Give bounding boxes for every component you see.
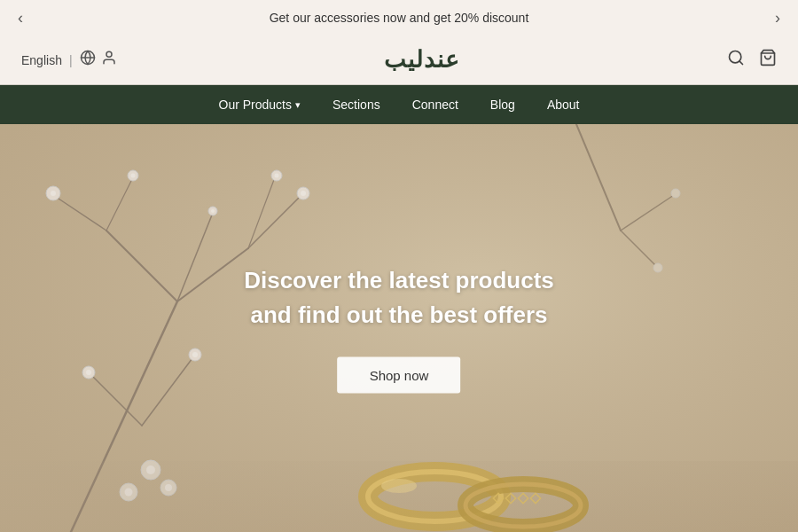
announcement-text: Get our accessories now and get 20% disc… <box>270 11 529 25</box>
shop-now-button[interactable]: Shop now <box>338 357 461 394</box>
header-right <box>727 49 777 71</box>
nav-item-our-products[interactable]: Our Products ▾ <box>219 98 301 112</box>
svg-point-25 <box>131 174 136 178</box>
svg-point-42 <box>653 263 662 272</box>
separator: | <box>69 53 73 67</box>
svg-point-41 <box>671 189 680 198</box>
nav-item-sections[interactable]: Sections <box>332 98 380 112</box>
search-button[interactable] <box>727 49 745 71</box>
announcement-prev-button[interactable]: ‹ <box>7 4 34 32</box>
nav-item-about[interactable]: About <box>547 98 580 112</box>
header: English | عندليب <box>0 35 798 85</box>
user-icon[interactable] <box>101 50 117 70</box>
svg-point-21 <box>192 352 198 357</box>
header-left: English | <box>21 50 117 70</box>
hero-section: Discover the latest products and find ou… <box>0 124 798 532</box>
hero-title: Discover the latest products and find ou… <box>244 263 554 332</box>
language-label: English <box>21 53 62 67</box>
svg-point-2 <box>106 51 112 57</box>
svg-rect-52 <box>0 461 798 532</box>
cart-button[interactable] <box>759 49 777 71</box>
svg-point-31 <box>211 209 215 213</box>
svg-point-27 <box>301 191 306 196</box>
hero-content: Discover the latest products and find ou… <box>244 263 554 394</box>
svg-line-4 <box>739 61 743 65</box>
announcement-next-button[interactable]: › <box>764 4 791 32</box>
nav-item-blog[interactable]: Blog <box>490 98 515 112</box>
svg-point-23 <box>51 191 56 196</box>
brand-name[interactable]: عندليب <box>384 46 460 74</box>
globe-icon[interactable] <box>80 50 96 70</box>
chevron-down-icon: ▾ <box>295 99 301 111</box>
announcement-bar: ‹ Get our accessories now and get 20% di… <box>0 0 798 35</box>
nav-item-connect[interactable]: Connect <box>412 98 458 112</box>
svg-point-19 <box>86 370 91 375</box>
svg-point-29 <box>275 174 279 178</box>
nav-bar: Our Products ▾ Sections Connect Blog Abo… <box>0 85 798 124</box>
